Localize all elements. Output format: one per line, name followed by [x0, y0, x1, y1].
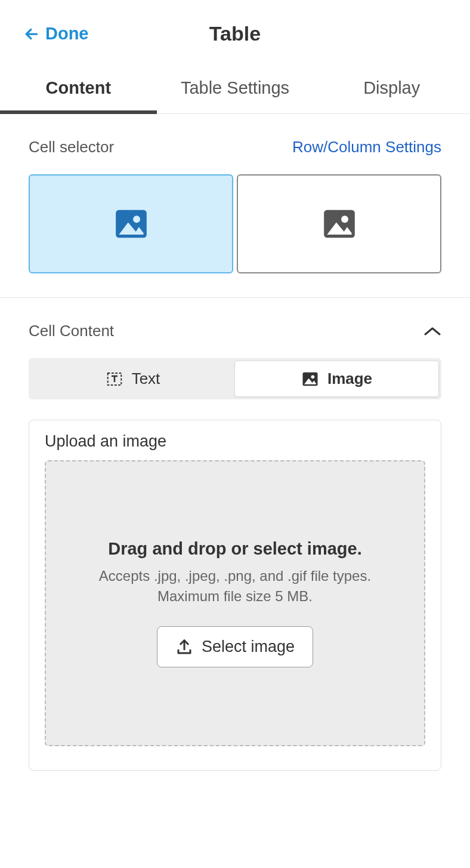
cell-selector-section: Cell selector Row/Column Settings [0, 114, 470, 298]
cell-content-label: Cell Content [29, 322, 114, 340]
cell-1[interactable] [29, 174, 233, 273]
text-box-icon [106, 370, 123, 388]
done-label: Done [45, 24, 89, 44]
image-icon [321, 205, 358, 242]
done-button[interactable]: Done [24, 24, 89, 44]
content-type-image[interactable]: Image [234, 361, 439, 397]
upload-card: Upload an image Drag and drop or select … [29, 420, 441, 771]
row-column-settings-link[interactable]: Row/Column Settings [292, 138, 441, 156]
page-title: Table [209, 22, 261, 45]
upload-icon [175, 638, 193, 656]
cell-selector-label: Cell selector [29, 138, 114, 156]
image-icon [301, 370, 319, 388]
upload-title: Upload an image [45, 432, 425, 451]
tab-display[interactable]: Display [313, 61, 470, 113]
cell-content-toggle[interactable]: Cell Content [29, 322, 441, 340]
cell-content-section: Cell Content Text Image Upload an image … [0, 298, 470, 795]
drop-maxsize-text: Maximum file size 5 MB. [63, 586, 407, 607]
content-type-text[interactable]: Text [31, 361, 234, 397]
upload-dropzone[interactable]: Drag and drop or select image. Accepts .… [45, 460, 425, 746]
select-image-button[interactable]: Select image [157, 626, 313, 667]
tabs: Content Table Settings Display [0, 61, 470, 114]
content-type-text-label: Text [132, 370, 160, 388]
chevron-up-icon [423, 326, 441, 337]
content-type-image-label: Image [327, 370, 372, 388]
header: Done Table [0, 0, 470, 61]
drop-accepts-text: Accepts .jpg, .jpeg, .png, and .gif file… [63, 566, 407, 586]
content-type-segmented: Text Image [29, 358, 441, 399]
cell-2[interactable] [237, 174, 441, 273]
svg-point-2 [133, 216, 140, 223]
image-icon [113, 205, 150, 242]
drop-primary-text: Drag and drop or select image. [63, 539, 407, 559]
arrow-left-icon [24, 26, 39, 42]
tab-table-settings[interactable]: Table Settings [157, 61, 314, 113]
cell-grid [29, 174, 441, 273]
svg-point-7 [311, 375, 314, 378]
svg-point-4 [341, 216, 348, 223]
tab-content[interactable]: Content [0, 61, 157, 113]
select-image-label: Select image [202, 638, 295, 656]
